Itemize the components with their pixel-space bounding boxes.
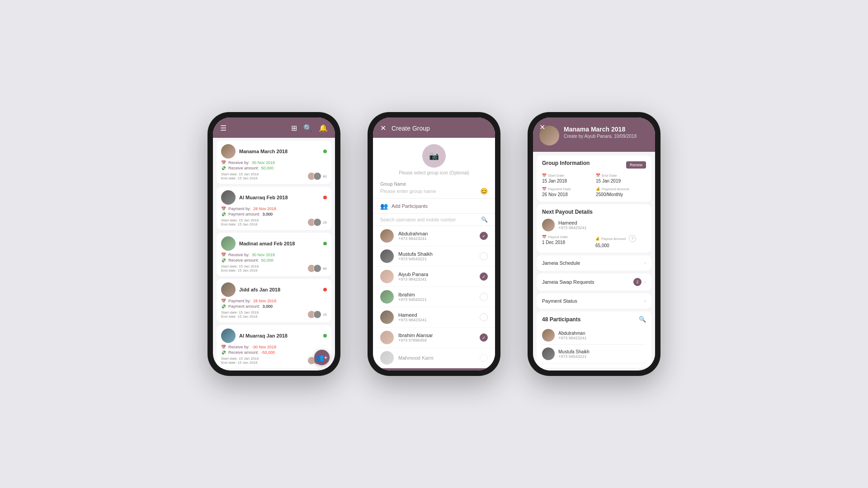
add-participants-label[interactable]: Add Participants — [392, 203, 428, 209]
scene: ☰ ⊞ 🔍 🔔 Manama March 2018 � — [0, 0, 868, 488]
icon-hint: Please select group icon (Optional) — [399, 170, 469, 175]
group-info-title: Group Information — [542, 160, 590, 166]
start-date-value: 15 Jan 2018 — [542, 178, 592, 183]
add-participants-section: 👥 Add Participants — [373, 199, 495, 214]
payout-name: Hameed — [558, 220, 587, 225]
icon-section: 📷 Please select group icon (Optional) — [373, 138, 495, 179]
search-icon[interactable]: 🔍 — [639, 316, 646, 323]
avatar — [221, 190, 236, 205]
group-icon-picker[interactable]: 📷 — [422, 144, 446, 168]
participant-name: Aiyub Panara — [398, 272, 475, 277]
search-input[interactable]: Search username and mobile number — [380, 217, 478, 222]
list-item[interactable]: Madinat amad Feb 2018 📅 Receive by: 30 N… — [217, 233, 331, 276]
list-item[interactable]: Aiyub Panara +973 98423241 ✓ — [373, 267, 495, 287]
avatar-stack: 80 — [307, 172, 327, 180]
payment-date-value: 26 Nov 2018 — [542, 192, 592, 197]
check-icon[interactable] — [480, 354, 488, 362]
participant-phone: +973 94543221 — [398, 257, 475, 261]
participant-name: Mustufa Shaikh — [558, 349, 590, 354]
nav-label: Jameia Swap Requests — [542, 279, 594, 285]
list-item[interactable]: Jidd afs Jan 2018 📅 Payment by: 28 Nov 2… — [217, 279, 331, 322]
jameia-swap-nav[interactable]: Jameia Swap Requests 2 › — [537, 273, 651, 291]
payment-amount-value: 2500/Monthly — [596, 192, 646, 197]
item-title: Manama March 2018 — [239, 149, 320, 154]
payment-status-nav[interactable]: Payment Status › — [537, 293, 651, 309]
participants-title: 48 Participants — [542, 316, 580, 323]
receive-amount-value: 50,000 — [261, 166, 274, 170]
phone-1: ☰ ⊞ 🔍 🔔 Manama March 2018 � — [208, 112, 340, 376]
badge: 2 — [633, 278, 642, 286]
participant-name: Ibrahim Alansar — [398, 333, 475, 338]
group-name-section: Group Name Please enter group name 😊 — [373, 179, 495, 199]
emoji-icon[interactable]: 😊 — [480, 188, 488, 195]
money-icon: 💰 — [595, 237, 600, 241]
bell-icon[interactable]: 🔔 — [319, 124, 328, 132]
check-icon[interactable] — [480, 293, 488, 301]
avatar — [221, 282, 236, 297]
check-icon[interactable]: ✓ — [480, 333, 488, 342]
check-icon[interactable] — [480, 313, 488, 321]
avatar — [380, 331, 394, 344]
list-item[interactable]: Ibrahim Alansar +973 57896459 ✓ — [373, 328, 495, 348]
check-icon[interactable] — [480, 252, 488, 260]
list-item[interactable]: Al Muarraq Jan 2018 📅 Receive by: -30 No… — [217, 325, 331, 368]
status-dot — [323, 196, 327, 199]
avatar — [221, 144, 236, 159]
search-icon[interactable]: 🔍 — [303, 124, 312, 132]
close-icon[interactable]: ✕ — [539, 123, 545, 131]
p3-header: ✕ Manama March 2018 Create by Aiyub Pana… — [533, 117, 655, 152]
fab-add-button[interactable]: 👥+ — [314, 350, 330, 365]
menu-icon[interactable]: ☰ — [220, 124, 226, 132]
start-date-label: 📅 Start Date — [542, 174, 592, 178]
participants-list: Abdulrahman +973 98423241 ✓ Mustufa Shai… — [373, 226, 495, 368]
calendar-icon: 📅 — [221, 160, 226, 165]
next-button[interactable]: Next — [373, 368, 495, 371]
avatar — [221, 328, 236, 343]
list-item[interactable]: Ibrahim +973 94543221 — [373, 287, 495, 307]
nav-label: Payment Status — [542, 298, 577, 304]
list-item[interactable]: Abdulrahman +973 98423241 — [542, 326, 646, 345]
list-item[interactable]: Al Muarraq Feb 2018 📅 Payment by: 28 Nov… — [217, 187, 331, 230]
list-item[interactable]: Manama March 2018 📅 Receive by: 30 Nov 2… — [217, 141, 331, 184]
participant-name: Abdulrahman — [398, 231, 475, 236]
item-title: Jidd afs Jan 2018 — [239, 287, 320, 292]
list-item[interactable]: Mustufa Shaikh +973 94543221 — [542, 345, 646, 363]
list-item[interactable]: Mustufa Shaikh +973 94543221 — [373, 246, 495, 267]
avatar — [380, 229, 394, 243]
payout-date-value: 1 Dec 2018 — [542, 240, 593, 245]
check-icon[interactable]: ✓ — [480, 272, 488, 281]
phone-3: ✕ Manama March 2018 Create by Aiyub Pana… — [528, 112, 660, 376]
avatar — [542, 347, 555, 360]
money-icon: 💸 — [221, 166, 226, 170]
payout-avatar — [542, 219, 555, 231]
participant-name: Mahmood Karni — [398, 355, 475, 361]
renew-button[interactable]: Renew — [626, 161, 646, 169]
participant-name: Abdulrahman — [558, 331, 587, 336]
p2-header: ✕ Create Group — [373, 117, 495, 138]
list-item[interactable]: Mahmood Karni — [373, 348, 495, 368]
close-icon[interactable]: ✕ — [380, 124, 386, 132]
filter-icon[interactable]: ⊞ — [291, 124, 297, 132]
payout-amount-value: 65,000 — [595, 243, 646, 248]
list-item[interactable]: Abdulrahman +973 98423241 ✓ — [373, 226, 495, 246]
payout-amount-label: 💰 Payout Amount ? — [595, 235, 646, 242]
group-name: Manama March 2018 — [564, 126, 637, 133]
group-name-input[interactable]: Please enter group name — [380, 188, 436, 194]
calendar-icon: 📅 — [221, 206, 226, 211]
jameia-schedule-nav[interactable]: Jameia Schedule › — [537, 255, 651, 271]
participant-name: Ibrahim — [398, 292, 475, 297]
status-dot — [323, 334, 327, 338]
p3-body: Group Information Renew 📅 Start Date 15 … — [533, 152, 655, 371]
p1-list: Manama March 2018 📅 Receive by: 30 Nov 2… — [213, 138, 335, 371]
search-icon[interactable]: 🔍 — [481, 216, 488, 223]
participant-phone: +973 98423241 — [558, 336, 587, 340]
phone-2: ✕ Create Group 📷 Please select group ico… — [368, 112, 500, 376]
end-date-value: 15 Jan 2019 — [596, 178, 646, 183]
calendar-icon: 📅 — [542, 174, 547, 178]
check-icon[interactable]: ✓ — [480, 232, 488, 240]
list-item[interactable]: Hameed +973 98423241 — [373, 307, 495, 328]
participant-name: Hameed — [398, 312, 475, 318]
help-icon[interactable]: ? — [629, 235, 636, 242]
member-count: 80 — [323, 174, 327, 178]
status-dot — [323, 242, 327, 245]
